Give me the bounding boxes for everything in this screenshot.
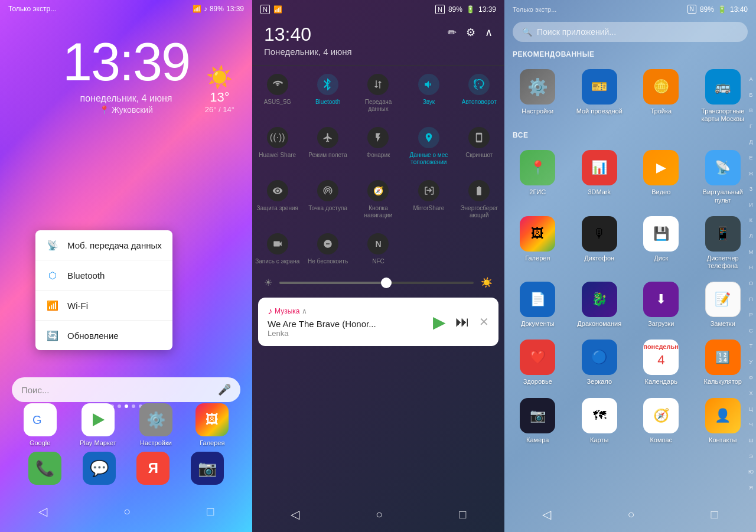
toggle-rotation[interactable]: Автоповорот [454,66,504,119]
dock-messages[interactable]: 💬 [83,452,116,485]
drawer-home-button[interactable]: ○ [627,508,634,521]
toggle-power-save[interactable]: Энергосберег ающий [454,172,504,225]
dock-phone[interactable]: 📞 [28,452,61,485]
toggle-sound[interactable]: Звук [403,66,454,119]
context-update[interactable]: 🔄 Обновление [35,321,172,350]
app-health[interactable]: ❤️ Здоровье [507,334,569,391]
alpha-m[interactable]: М [749,250,754,255]
music-play-button[interactable]: ▶ [433,312,446,332]
notif-settings-icon[interactable]: ⚙ [466,26,475,39]
app-docs[interactable]: 📄 Документы [507,276,569,334]
alpha-s[interactable]: С [749,328,753,334]
alpha-k[interactable]: К [750,218,752,223]
home-button[interactable]: ○ [123,505,131,518]
alpha-a[interactable]: А [749,77,752,82]
toggle-screen-record[interactable]: Запись с экрана [252,225,302,271]
alpha-n[interactable]: Н [749,265,753,270]
toggle-location[interactable]: Данные о мес тоположении [403,119,454,172]
toggle-screenshot[interactable]: Скриншот [454,119,504,172]
collapse-icon[interactable]: ∧ [485,26,493,39]
app-settings-drawer[interactable]: ⚙️ Настройки [507,63,569,129]
app-camera-drawer[interactable]: 📷 Камера [507,392,569,450]
alpha-u[interactable]: У [750,360,753,365]
toggle-mirror-share[interactable]: MirrorShare [403,172,454,225]
app-google[interactable]: G Google [24,403,57,446]
toggle-nav-button[interactable]: 🧭 Кнопка навигации [353,172,403,225]
edit-icon[interactable]: ✏ [448,26,457,39]
app-drive[interactable]: 💾 Диск [630,210,692,276]
music-close-button[interactable]: ✕ [479,315,489,329]
alpha-p[interactable]: П [749,297,752,302]
toggle-wifi[interactable]: ASUS_5G [252,66,302,119]
alpha-z[interactable]: З [750,187,752,192]
alpha-zh[interactable]: Ж [748,171,753,177]
back-button[interactable]: ◁ [38,504,47,518]
recents-button[interactable]: □ [207,505,214,518]
alpha-eh[interactable]: Э [749,454,752,459]
app-downloads[interactable]: ⬇ Загрузки [630,276,692,334]
app-play-market[interactable]: Play Маркет [80,403,116,446]
alpha-o[interactable]: О [749,281,753,286]
lock-search-bar[interactable]: Поис... 🎤 [12,377,240,402]
context-bluetooth[interactable]: ⬡ Bluetooth [35,260,172,291]
app-calendar[interactable]: понедельник 4 Календарь [630,334,692,391]
alpha-g[interactable]: Г [750,124,752,129]
alpha-l[interactable]: Л [750,234,753,239]
app-settings[interactable]: ⚙️ Настройки [139,403,172,446]
drawer-recents-button[interactable]: □ [711,508,718,521]
music-next-button[interactable]: ⏭ [455,314,470,330]
alpha-v[interactable]: В [749,108,752,113]
notif-recents-button[interactable]: □ [459,508,466,521]
alpha-ch[interactable]: Ч [749,422,752,427]
toggle-data[interactable]: Передача данных [353,66,403,119]
app-video[interactable]: ▶ Видео [630,144,692,210]
dispatcher-icon: 📱 [705,216,741,252]
app-moi-proezdnoi[interactable]: 🎫 Мой проездной [569,63,631,129]
toggle-bluetooth[interactable]: Bluetooth [302,66,353,119]
alpha-h[interactable]: Х [749,391,752,396]
toggle-dnd[interactable]: Не беспокоить [302,225,353,271]
drawer-search-bar[interactable]: 🔍 Поиск приложений... [513,22,748,42]
app-gallery-drawer[interactable]: 🖼 Галерея [507,210,569,276]
drawer-back-button[interactable]: ◁ [542,507,551,521]
app-virtual-remote[interactable]: 📡 Виртуальный пульт [692,144,754,210]
app-draconomania[interactable]: 🐉 Дракономания [569,276,631,334]
toggle-nfc[interactable]: N NFC [353,225,403,271]
toggle-hotspot[interactable]: Точка доступа [302,172,353,225]
alpha-i[interactable]: И [749,203,752,208]
toggle-huawei-share[interactable]: ((·)) Huawei Share [252,119,302,172]
app-transport[interactable]: 🚌 Транспортные карты Москвы [692,63,754,129]
notif-home-button[interactable]: ○ [376,508,383,521]
alpha-r[interactable]: Р [749,312,752,318]
app-calculator[interactable]: 🔢 Калькулятор [692,334,754,391]
alpha-t[interactable]: Т [750,344,753,349]
app-maps[interactable]: 🗺 Карты [569,392,631,450]
toggle-flashlight[interactable]: Фонарик [353,119,403,172]
alpha-b[interactable]: Б [750,93,753,98]
toggle-airplane[interactable]: Режим полета [302,119,353,172]
app-contacts[interactable]: 👤 Контакты [692,392,754,450]
toggle-eye-care[interactable]: Защита зрения [252,172,302,225]
app-3dmark[interactable]: 📊 3DMark [569,144,631,210]
notif-back-button[interactable]: ◁ [291,507,299,521]
alpha-ya[interactable]: Я [749,485,753,491]
app-dictaphone[interactable]: 🎙 Диктофон [569,210,631,276]
alpha-sh[interactable]: Ш [748,438,753,443]
alpha-d[interactable]: Д [749,139,752,145]
app-compass[interactable]: 🧭 Компас [630,392,692,450]
app-dispatcher[interactable]: 📱 Диспетчер телефона [692,210,754,276]
app-mirror[interactable]: 🔵 Зеркало [569,334,631,391]
app-troika[interactable]: 🪙 Тройка [630,63,692,129]
alpha-yu[interactable]: Ю [748,469,754,475]
alpha-e[interactable]: Е [749,155,752,161]
app-2gis[interactable]: 📍 2ГИС [507,144,569,210]
context-mobile-data[interactable]: 📡 Моб. передача данных [35,230,172,260]
alpha-ts[interactable]: Ц [749,407,753,412]
brightness-slider[interactable] [279,282,474,284]
app-gallery[interactable]: 🖼 Галерея [195,403,229,446]
app-notes[interactable]: 📝 Заметки [692,276,754,334]
dock-yandex[interactable]: Я [136,452,170,485]
dock-camera[interactable]: 📷 [191,452,224,485]
alpha-f[interactable]: Ф [749,376,753,381]
context-wifi[interactable]: 📶 Wi-Fi [35,291,172,321]
